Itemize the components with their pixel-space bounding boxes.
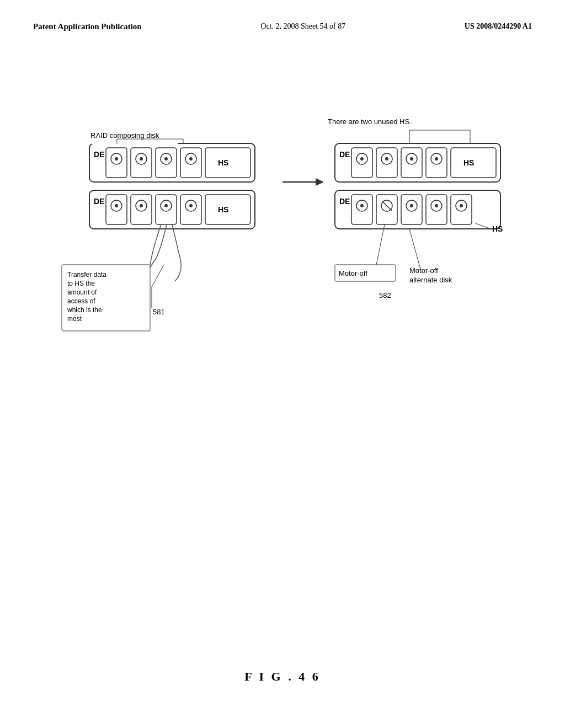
svg-text:581: 581: [153, 308, 165, 316]
svg-text:amount of: amount of: [67, 288, 97, 296]
svg-text:most: most: [67, 315, 82, 323]
svg-text:Motor-off: Motor-off: [409, 266, 438, 275]
svg-rect-0: [89, 143, 255, 182]
publication-title: Patent Application Publication: [33, 22, 142, 31]
svg-rect-76: [426, 195, 447, 224]
svg-point-10: [164, 157, 168, 160]
svg-rect-27: [180, 195, 201, 224]
svg-rect-24: [156, 195, 177, 224]
svg-point-7: [140, 157, 143, 160]
svg-text:DE: DE: [94, 150, 104, 159]
svg-text:There are two unused HS.: There are two unused HS.: [328, 117, 412, 126]
svg-text:HS: HS: [463, 158, 474, 167]
svg-rect-57: [401, 148, 422, 178]
svg-text:access of: access of: [67, 297, 95, 305]
svg-rect-51: [351, 148, 372, 178]
svg-line-83: [476, 223, 491, 229]
svg-rect-8: [156, 148, 177, 178]
svg-line-72: [382, 201, 392, 211]
svg-text:alternate disk: alternate disk: [409, 276, 452, 284]
svg-line-94: [409, 229, 420, 269]
svg-point-62: [435, 157, 438, 160]
svg-text:DE: DE: [339, 150, 350, 159]
figure-caption: F I G . 4 6: [0, 670, 565, 684]
svg-text:HS: HS: [492, 224, 503, 233]
svg-rect-5: [131, 148, 152, 178]
svg-point-78: [435, 204, 438, 207]
svg-rect-67: [351, 195, 372, 224]
svg-rect-49: [335, 143, 500, 182]
svg-rect-16: [89, 190, 255, 229]
svg-text:Motor-off: Motor-off: [339, 269, 367, 277]
svg-rect-79: [451, 195, 472, 224]
svg-rect-11: [180, 148, 201, 178]
svg-point-26: [164, 204, 168, 207]
svg-point-59: [410, 157, 413, 160]
patent-number: US 2008/0244290 A1: [465, 22, 532, 31]
svg-rect-2: [106, 148, 127, 178]
svg-point-4: [115, 157, 118, 160]
svg-point-20: [115, 204, 118, 207]
diagram-area: DE HS DE: [33, 77, 532, 618]
publication-info: Oct. 2, 2008 Sheet 54 of 87: [260, 22, 345, 31]
svg-text:HS: HS: [218, 205, 228, 214]
svg-text:DE: DE: [339, 197, 350, 206]
svg-line-46: [152, 265, 164, 287]
svg-text:which is the: which is the: [67, 306, 102, 314]
svg-text:to HS the: to HS the: [67, 280, 95, 287]
svg-point-81: [460, 204, 463, 207]
page-header: Patent Application Publication Oct. 2, 2…: [0, 0, 565, 31]
svg-line-91: [376, 224, 385, 265]
main-diagram: DE HS DE: [33, 77, 532, 386]
svg-point-53: [360, 157, 364, 160]
svg-point-23: [140, 204, 143, 207]
svg-point-13: [189, 157, 193, 160]
svg-point-56: [385, 157, 388, 160]
svg-text:HS: HS: [218, 158, 228, 167]
svg-point-29: [189, 204, 193, 207]
svg-text:DE: DE: [94, 197, 104, 206]
svg-point-75: [410, 204, 413, 207]
svg-rect-18: [106, 195, 127, 224]
svg-rect-70: [376, 195, 397, 224]
svg-text:RAID composing disk: RAID composing disk: [90, 131, 159, 140]
svg-rect-73: [401, 195, 422, 224]
svg-point-69: [360, 204, 364, 207]
svg-rect-21: [131, 195, 152, 224]
svg-text:Transfer data: Transfer data: [67, 271, 106, 279]
svg-rect-54: [376, 148, 397, 178]
svg-rect-60: [426, 148, 447, 178]
svg-text:582: 582: [379, 291, 391, 299]
svg-rect-65: [335, 190, 500, 229]
svg-marker-48: [316, 178, 324, 186]
